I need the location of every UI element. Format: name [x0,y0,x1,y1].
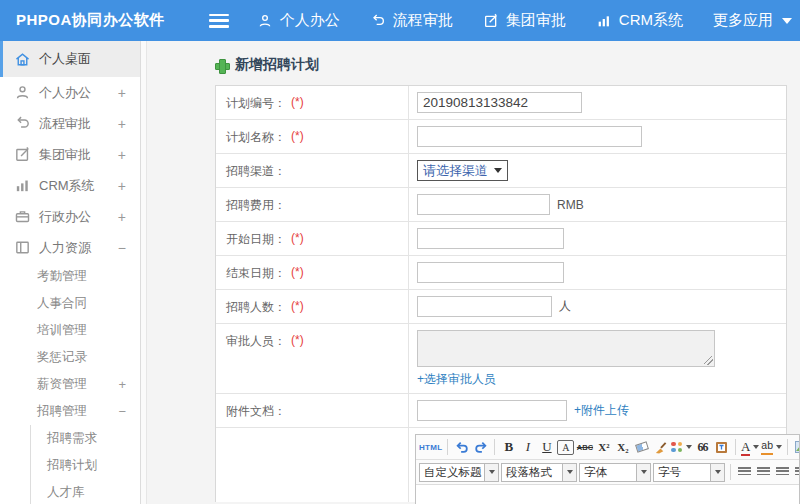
sidebar-item-process-approval[interactable]: 流程审批 + [0,108,140,139]
format-brush-icon[interactable] [652,438,669,457]
nav-label: 集团审批 [506,11,566,30]
approver-textarea[interactable] [417,330,715,367]
highlight-button[interactable]: ab [761,438,782,457]
menu-icon[interactable] [209,14,229,28]
process-arrow-icon [370,13,386,29]
sidebar-item-hr-contract[interactable]: 人事合同 [0,290,140,317]
sidebar-item-salary[interactable]: 薪资管理 + [0,371,140,398]
attachment-input[interactable] [417,400,567,421]
font-color-button[interactable]: A [741,438,759,457]
sidebar-item-label: 人事合同 [37,295,87,312]
nav-process-approval[interactable]: 流程审批 [370,11,453,30]
nav-group-approval[interactable]: 集团审批 [483,11,566,30]
sidebar-item-label: 招聘需求 [47,430,97,447]
font-family-dropdown[interactable]: 字体 [579,463,651,482]
align-left-icon[interactable] [736,463,753,482]
nav-more-apps[interactable]: 更多应用 [713,11,792,30]
strikethrough-button[interactable]: ABC [576,438,593,457]
bold-button[interactable]: B [500,438,517,457]
edit-square-icon [14,146,31,163]
sidebar-item-group-approval[interactable]: 集团审批 + [0,139,140,170]
briefcase-icon [14,208,31,225]
superscript-button[interactable]: X² [595,438,612,457]
start-date-input[interactable] [417,228,564,249]
required-mark: (*) [291,231,304,255]
sidebar-item-label: 流程审批 [39,115,91,133]
expand-plus-icon: + [118,377,126,392]
sidebar-item-talent-pool[interactable]: 人才库 [31,479,140,504]
bar-chart-icon [14,177,31,194]
blockquote-button[interactable]: 66 [694,438,711,457]
sidebar-item-crm-system[interactable]: CRM系统 + [0,170,140,201]
end-date-input[interactable] [417,262,564,283]
italic-button[interactable]: I [519,438,536,457]
field-label: 开始日期： [226,231,286,255]
caret-down-icon [641,470,647,474]
paragraph-format-dropdown[interactable]: 段落格式 [501,463,577,482]
align-right-icon[interactable] [774,463,791,482]
channel-select[interactable]: 请选择渠道 [417,160,508,181]
sidebar-item-label: 行政办公 [39,208,91,226]
sidebar-item-label: 人力资源 [39,239,91,257]
form-row-plan-name: 计划名称： (*) [216,120,786,154]
sidebar-item-recruit-plan[interactable]: 招聘计划 [31,452,140,479]
sidebar-item-human-resources[interactable]: 人力资源 − [0,232,140,263]
insert-image-icon[interactable] [793,438,799,457]
align-justify-icon[interactable] [793,463,799,482]
sidebar-item-label: 个人办公 [39,84,91,102]
color-palette-icon[interactable] [671,438,692,457]
caret-down-icon [567,470,573,474]
redo-icon[interactable] [472,438,489,457]
attachment-upload-link[interactable]: +附件上传 [574,402,629,419]
form-row-attachment: 附件文档： +附件上传 [216,394,786,428]
caret-down-icon [776,445,782,449]
person-icon [257,13,273,29]
form-row-plan-number: 计划编号： (*) [216,86,786,120]
expand-plus-icon: + [118,85,126,101]
editor-toolbar-row1: HTML B I U A ABC X² [416,435,799,460]
sidebar-item-recruitment[interactable]: 招聘管理 − [0,398,140,425]
sidebar-item-rewards[interactable]: 奖惩记录 [0,344,140,371]
sidebar-item-training[interactable]: 培训管理 [0,317,140,344]
nav-crm-system[interactable]: CRM系统 [596,11,683,30]
caret-down-icon [715,470,721,474]
sidebar-item-label: 个人桌面 [39,50,91,68]
plan-name-input[interactable] [417,126,642,147]
font-size-dropdown[interactable]: 字号 [653,463,725,482]
sidebar-item-label: CRM系统 [39,177,95,195]
plan-number-input[interactable] [417,92,582,113]
sidebar-item-personal-desktop[interactable]: 个人桌面 [0,41,140,77]
caret-down-icon [489,470,495,474]
sidebar-item-admin-office[interactable]: 行政办公 + [0,201,140,232]
char-border-button[interactable]: A [557,440,574,455]
sidebar-item-label: 奖惩记录 [37,349,87,366]
custom-heading-dropdown[interactable]: 自定义标题 [419,463,499,482]
select-approver-link[interactable]: +选择审批人员 [417,371,496,388]
cost-input[interactable] [417,194,550,215]
eraser-icon[interactable] [633,438,650,457]
page-title: 新增招聘计划 [215,56,800,74]
align-center-icon[interactable] [755,463,772,482]
editor-content-area[interactable] [416,485,799,504]
paste-text-icon[interactable] [713,438,730,457]
nav-label: CRM系统 [619,11,683,30]
nav-personal-office[interactable]: 个人办公 [257,11,340,30]
form-row-cost: 招聘费用： RMB [216,188,786,222]
editor-toolbar-row2: 自定义标题 段落格式 字体 字号 [416,460,799,485]
sidebar-item-attendance[interactable]: 考勤管理 [0,263,140,290]
headcount-input[interactable] [417,296,552,317]
underline-button[interactable]: U [538,438,555,457]
sidebar-item-label: 集团审批 [39,146,91,164]
subscript-button[interactable]: X₂ [614,438,631,457]
form-row-approvers: 审批人员： (*) +选择审批人员 [216,324,786,394]
field-label: 计划编号： [226,95,286,119]
expand-plus-icon: + [118,209,126,225]
nav-label: 个人办公 [280,11,340,30]
html-source-button[interactable]: HTML [419,438,442,457]
topbar: PHPOA协同办公软件 个人办公 流程审批 集团审批 CRM系统 更多应用 [0,0,800,41]
field-label: 计划名称： [226,129,286,153]
required-mark: (*) [291,333,304,393]
sidebar-item-recruit-demand[interactable]: 招聘需求 [31,425,140,452]
undo-icon[interactable] [453,438,470,457]
sidebar-item-personal-office[interactable]: 个人办公 + [0,77,140,108]
